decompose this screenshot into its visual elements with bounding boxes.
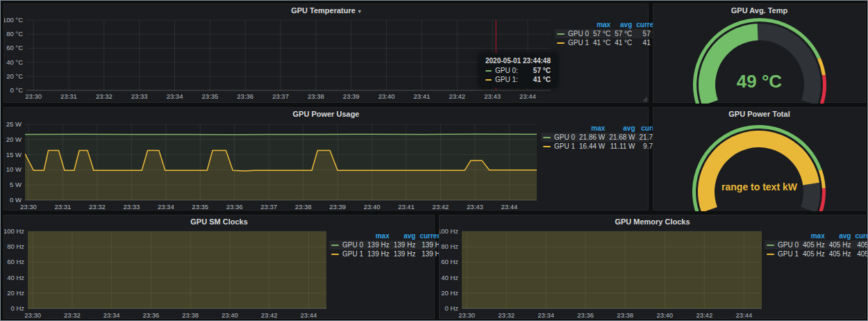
panel-title-text: GPU Memory Clocks bbox=[615, 217, 690, 226]
legend-value: 11.11 W bbox=[607, 142, 637, 151]
svg-text:23:30: 23:30 bbox=[20, 203, 37, 211]
panel-title-text: GPU Temperature bbox=[291, 6, 356, 15]
series-name: GPU 0 bbox=[778, 241, 799, 249]
chevron-down-icon[interactable]: ▾ bbox=[358, 8, 361, 15]
panel-title-gpu-avg-temp[interactable]: GPU Avg. Temp bbox=[653, 4, 865, 17]
svg-text:23:33: 23:33 bbox=[123, 203, 140, 211]
panel-title-gpu-sm-clocks[interactable]: GPU SM Clocks bbox=[4, 215, 434, 228]
svg-text:23:41: 23:41 bbox=[414, 92, 431, 100]
legend-row-gpu1[interactable]: GPU 1 41 °C 41 °C 41 °C bbox=[555, 38, 662, 47]
svg-text:23:38: 23:38 bbox=[182, 311, 199, 319]
legend-row-gpu1[interactable]: GPU 1 139 Hz 139 Hz 139 Hz bbox=[329, 249, 446, 258]
legend-value: 405 Hz bbox=[827, 249, 853, 258]
svg-text:23:44: 23:44 bbox=[301, 311, 317, 319]
panel-gpu-avg-temp: GPU Avg. Temp 49 °C bbox=[653, 3, 866, 103]
grafana-dashboard: GPU Temperature▾ 23:3023:3123:3223:3323:… bbox=[0, 0, 868, 321]
legend-header-max[interactable]: max bbox=[801, 231, 827, 240]
panel-gpu-temperature: GPU Temperature▾ 23:3023:3123:3223:3323:… bbox=[3, 3, 649, 103]
legend-value: 405 Hz bbox=[853, 240, 868, 249]
svg-text:23:36: 23:36 bbox=[226, 203, 243, 211]
gpu-power-usage-chart[interactable]: 23:3023:3123:3223:3323:3423:3523:3623:37… bbox=[4, 120, 541, 211]
legend-row-gpu0[interactable]: GPU 0 21.86 W 21.68 W 21.77 W bbox=[541, 133, 667, 142]
svg-text:23:42: 23:42 bbox=[696, 311, 712, 319]
svg-text:23:43: 23:43 bbox=[484, 92, 501, 100]
svg-text:23:35: 23:35 bbox=[201, 92, 218, 100]
svg-text:23:32: 23:32 bbox=[64, 311, 81, 319]
svg-text:23:32: 23:32 bbox=[89, 203, 106, 211]
svg-text:100 Hz: 100 Hz bbox=[440, 228, 458, 235]
gpu-sm-clocks-chart[interactable]: 23:3023:3223:3423:3623:3823:4023:4223:44… bbox=[4, 228, 329, 320]
legend-value: 405 Hz bbox=[827, 240, 853, 249]
panel-title-text: GPU Power Usage bbox=[293, 110, 360, 118]
svg-text:23:31: 23:31 bbox=[60, 92, 77, 100]
panel-title-text: GPU SM Clocks bbox=[190, 217, 248, 226]
svg-text:23:42: 23:42 bbox=[433, 203, 449, 211]
legend-header-current[interactable]: current bbox=[853, 231, 868, 240]
svg-text:23:42: 23:42 bbox=[449, 92, 465, 100]
panel-title-gpu-memory-clocks[interactable]: GPU Memory Clocks bbox=[440, 215, 865, 228]
gauge-value-power: range to text kW bbox=[653, 181, 865, 192]
series-color-dash bbox=[557, 42, 565, 44]
svg-text:100 Hz: 100 Hz bbox=[4, 228, 24, 235]
series-color-dash bbox=[767, 254, 774, 255]
legend-row-gpu0[interactable]: GPU 0 405 Hz 405 Hz 405 Hz bbox=[765, 240, 868, 249]
svg-text:23:38: 23:38 bbox=[308, 92, 324, 100]
legend-header-max[interactable]: max bbox=[577, 124, 607, 133]
svg-text:23:32: 23:32 bbox=[96, 92, 112, 100]
svg-text:23:34: 23:34 bbox=[158, 203, 174, 211]
svg-text:40 Hz: 40 Hz bbox=[441, 274, 458, 281]
panel-title-gpu-temperature[interactable]: GPU Temperature▾ bbox=[4, 4, 648, 17]
svg-text:23:40: 23:40 bbox=[222, 311, 238, 319]
svg-text:40 Hz: 40 Hz bbox=[7, 274, 24, 281]
legend-row-gpu1[interactable]: GPU 1 16.44 W 11.11 W 9.79 W bbox=[541, 142, 667, 151]
legend-header-avg[interactable]: avg bbox=[392, 231, 418, 240]
panel-title-gpu-power-total[interactable]: GPU Power Total bbox=[653, 108, 865, 120]
panel-gpu-power-total: GPU Power Total range to text kW bbox=[653, 107, 866, 211]
tooltip-value: 41 °C bbox=[526, 76, 551, 83]
panel-title-gpu-power-usage[interactable]: GPU Power Usage bbox=[4, 108, 648, 120]
series-color-dash bbox=[543, 146, 551, 147]
legend-value: 41 °C bbox=[591, 38, 612, 47]
svg-text:40 °C: 40 °C bbox=[6, 58, 23, 66]
legend-header-avg[interactable]: avg bbox=[612, 20, 634, 29]
legend-header-avg[interactable]: avg bbox=[827, 231, 853, 240]
legend-header-avg[interactable]: avg bbox=[607, 124, 637, 133]
legend-header-max[interactable]: max bbox=[591, 20, 612, 29]
tooltip-label: GPU 0: bbox=[495, 67, 518, 74]
chart-legend: max avg current GPU 0 139 Hz 139 Hz 139 … bbox=[329, 228, 434, 258]
svg-text:23:30: 23:30 bbox=[458, 311, 475, 319]
svg-text:23:44: 23:44 bbox=[519, 92, 536, 100]
svg-text:23:44: 23:44 bbox=[735, 311, 752, 319]
legend-value: 16.44 W bbox=[577, 142, 607, 151]
chart-tooltip: 2020-05-01 23:44:48 GPU 0: 57 °C GPU 1: … bbox=[479, 54, 557, 88]
svg-text:23:38: 23:38 bbox=[295, 203, 312, 211]
legend-row-gpu0[interactable]: GPU 0 57 °C 57 °C 57 °C bbox=[555, 29, 662, 38]
series-color-dash bbox=[331, 245, 339, 246]
series-name: GPU 1 bbox=[554, 142, 575, 150]
legend-value: 41 °C bbox=[612, 38, 634, 47]
gpu-temperature-chart[interactable]: 23:3023:3123:3223:3323:3423:3523:3623:37… bbox=[4, 17, 555, 101]
svg-text:23:34: 23:34 bbox=[103, 311, 120, 319]
panel-gpu-power-usage: GPU Power Usage 23:3023:3123:3223:3323:3… bbox=[3, 107, 649, 211]
legend-value: 139 Hz bbox=[365, 249, 392, 258]
legend-row-gpu1[interactable]: GPU 1 405 Hz 405 Hz 405 Hz bbox=[765, 249, 868, 258]
gpu-memory-clocks-chart[interactable]: 23:3023:3223:3423:3623:3823:4023:4223:44… bbox=[440, 228, 765, 320]
tooltip-label: GPU 1: bbox=[495, 76, 518, 83]
svg-text:23:40: 23:40 bbox=[656, 311, 673, 319]
legend-value: 21.68 W bbox=[607, 133, 637, 142]
tooltip-timestamp: 2020-05-01 23:44:48 bbox=[485, 57, 551, 65]
legend-value: 57 °C bbox=[612, 29, 634, 38]
panel-resize-handle[interactable] bbox=[642, 97, 647, 101]
legend-header-max[interactable]: max bbox=[365, 231, 392, 240]
series-name: GPU 0 bbox=[342, 241, 363, 249]
series-color-dash bbox=[767, 245, 774, 246]
gpu-power-total-gauge bbox=[653, 120, 867, 211]
svg-text:0 Hz: 0 Hz bbox=[444, 304, 458, 312]
legend-value: 21.86 W bbox=[577, 133, 607, 142]
svg-text:23:34: 23:34 bbox=[167, 92, 183, 100]
svg-text:23:33: 23:33 bbox=[131, 92, 148, 100]
legend-row-gpu0[interactable]: GPU 0 139 Hz 139 Hz 139 Hz bbox=[329, 240, 446, 249]
svg-text:23:35: 23:35 bbox=[192, 203, 208, 211]
svg-text:23:34: 23:34 bbox=[537, 311, 554, 319]
svg-text:23:42: 23:42 bbox=[261, 311, 278, 319]
